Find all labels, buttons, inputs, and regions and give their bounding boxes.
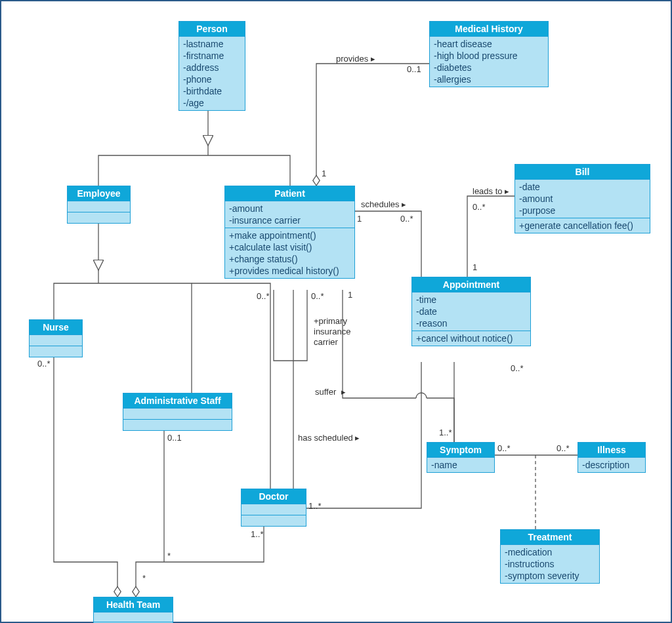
title: Treatment xyxy=(501,530,599,545)
class-nurse: Nurse xyxy=(29,319,83,357)
op: +change status() xyxy=(229,253,350,265)
label-primary-insurance: +primary insurance carrier xyxy=(314,316,350,348)
title: Nurse xyxy=(30,320,82,335)
attr: -high blood pressure xyxy=(434,50,544,62)
attr: -instructions xyxy=(505,558,595,570)
op: +cancel without notice() xyxy=(416,332,526,344)
title-person: Person xyxy=(179,22,245,37)
mult: 1 xyxy=(322,169,326,178)
ops xyxy=(30,346,82,357)
attr: -address xyxy=(183,62,241,73)
ops xyxy=(68,212,130,223)
ops: +cancel without notice() xyxy=(412,331,530,346)
title: Health Team xyxy=(94,597,173,613)
mult: 1..* xyxy=(308,501,322,511)
class-medical-history: Medical History -heart disease -high blo… xyxy=(429,21,549,87)
attrs xyxy=(30,335,82,346)
op: +provides medical history() xyxy=(229,265,350,277)
title: Employee xyxy=(68,186,130,201)
attr: -amount xyxy=(519,193,646,205)
attrs xyxy=(242,504,306,515)
mult: 1 xyxy=(472,262,477,272)
class-treatment: Treatment -medication -instructions -sym… xyxy=(500,529,600,584)
attrs xyxy=(68,201,130,212)
attr: -symptom severity xyxy=(505,570,595,582)
mult: 0..* xyxy=(37,359,51,369)
attr: -phone xyxy=(183,73,241,85)
attrs: -amount -insurance carrier xyxy=(225,201,354,228)
attr: -heart disease xyxy=(434,38,544,50)
mult: 0..* xyxy=(472,202,486,212)
op: +calculate last visit() xyxy=(229,241,350,253)
mult: * xyxy=(167,551,171,561)
title: Symptom xyxy=(427,443,494,458)
attrs: -heart disease -high blood pressure -dia… xyxy=(430,37,548,87)
attr: -date xyxy=(416,306,526,317)
class-person: Person -lastname -firstname -address -ph… xyxy=(178,21,245,111)
mult: 1..* xyxy=(251,529,264,539)
attr: -description xyxy=(582,459,641,471)
ops xyxy=(242,515,306,526)
class-appointment: Appointment -time -date -reason +cancel … xyxy=(411,277,531,346)
mult: * xyxy=(142,573,146,583)
attrs xyxy=(123,409,232,420)
attr: -insurance carrier xyxy=(229,214,350,226)
mult: 0..* xyxy=(497,443,511,453)
attr: -lastname xyxy=(183,38,241,50)
label-schedules: schedules ▸ xyxy=(361,199,406,209)
class-patient: Patient -amount -insurance carrier +make… xyxy=(224,186,355,279)
label-leadsto: leads to ▸ xyxy=(472,186,509,196)
attr: -/age xyxy=(183,97,241,109)
attrs: -date -amount -purpose xyxy=(515,180,650,218)
class-employee: Employee xyxy=(67,186,131,224)
attrs: -description xyxy=(578,458,645,472)
label-suffer: suffer ▸ xyxy=(315,387,346,397)
class-admin-staff: Administrative Staff xyxy=(123,393,232,431)
title: Appointment xyxy=(412,277,530,292)
attrs xyxy=(94,613,173,622)
class-illness: Illness -description xyxy=(578,442,646,473)
mult: 0..* xyxy=(311,291,324,301)
attrs: -name xyxy=(427,458,494,472)
label-provides: provides ▸ xyxy=(336,54,375,64)
mult: 0..1 xyxy=(167,433,182,443)
mult: 0..* xyxy=(511,363,524,373)
attr: -firstname xyxy=(183,50,241,62)
attrs: -medication -instructions -symptom sever… xyxy=(501,545,599,583)
attr: -purpose xyxy=(519,205,646,216)
title: Illness xyxy=(578,443,645,458)
op: +make appointment() xyxy=(229,230,350,241)
attr: -allergies xyxy=(434,73,544,85)
attr: -reason xyxy=(416,317,526,329)
attr: -medication xyxy=(505,546,595,558)
attr: -diabetes xyxy=(434,62,544,73)
title: Doctor xyxy=(242,489,306,504)
title: Bill xyxy=(515,165,650,180)
mult: 1 xyxy=(348,290,352,300)
class-health-team: Health Team xyxy=(93,597,173,623)
class-doctor: Doctor xyxy=(241,489,306,527)
class-bill: Bill -date -amount -purpose +generate ca… xyxy=(514,164,650,233)
ops: +generate cancellation fee() xyxy=(515,218,650,233)
ops xyxy=(123,420,232,430)
label-has-scheduled: has scheduled ▸ xyxy=(298,433,360,443)
attr: -amount xyxy=(229,203,350,214)
mult: 0..* xyxy=(556,443,570,453)
mult: 1..* xyxy=(439,428,452,437)
mult: 0..* xyxy=(257,291,270,301)
mult: 0..* xyxy=(400,214,413,224)
title: Patient xyxy=(225,186,354,201)
ops: +make appointment() +calculate last visi… xyxy=(225,228,354,278)
attr: -date xyxy=(519,181,646,193)
op: +generate cancellation fee() xyxy=(519,220,646,231)
mult: 0..1 xyxy=(407,64,421,74)
attr: -time xyxy=(416,294,526,306)
attr: -name xyxy=(431,459,490,471)
mult: 1 xyxy=(357,214,362,224)
attr: -birthdate xyxy=(183,85,241,97)
title: Medical History xyxy=(430,22,548,37)
attrs-person: -lastname -firstname -address -phone -bi… xyxy=(179,37,245,110)
attrs: -time -date -reason xyxy=(412,292,530,331)
class-symptom: Symptom -name xyxy=(427,442,495,473)
title: Administrative Staff xyxy=(123,393,232,409)
